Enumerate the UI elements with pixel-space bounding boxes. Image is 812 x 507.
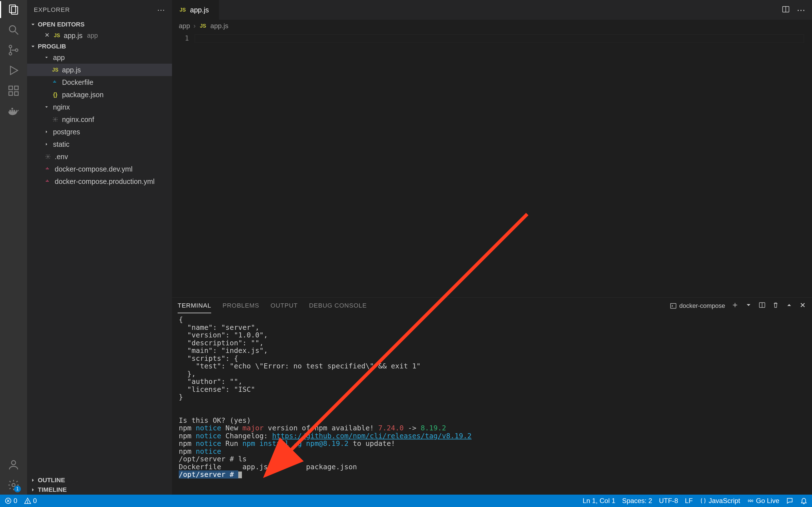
svg-point-50 [750, 500, 752, 502]
outline-section[interactable]: OUTLINE [27, 475, 172, 485]
svg-rect-38 [671, 303, 676, 308]
svg-rect-14 [13, 110, 15, 112]
errors-status[interactable]: 0 [4, 497, 17, 505]
open-editor-item[interactable]: JS app.js app [27, 29, 172, 42]
feedback-icon[interactable] [786, 497, 794, 504]
terminal-tab[interactable]: TERMINAL [177, 298, 211, 313]
notifications-icon[interactable] [800, 497, 808, 504]
timeline-section[interactable]: TIMELINE [27, 485, 172, 495]
chevron-right-icon [30, 487, 36, 493]
file-item[interactable]: .env [27, 151, 172, 163]
editor-tab[interactable]: JS app.js [172, 0, 219, 20]
js-file-icon: JS [51, 67, 59, 73]
chevron-right-icon [44, 129, 50, 134]
docker-file-icon [51, 79, 59, 86]
svg-point-17 [12, 484, 15, 487]
more-actions-icon[interactable]: ⋯ [797, 5, 805, 15]
sidebar-title: EXPLORER [34, 6, 70, 13]
folder-item[interactable]: app [27, 51, 172, 64]
split-terminal-icon[interactable] [758, 301, 766, 311]
extensions-activity-icon[interactable] [7, 84, 20, 98]
yaml-file-icon [44, 178, 52, 184]
output-tab[interactable]: OUTPUT [271, 298, 298, 313]
breadcrumb[interactable]: app › JS app.js [172, 20, 812, 32]
close-icon[interactable] [44, 32, 50, 40]
editor-group: JS app.js ⋯ app › JS app.js [172, 0, 812, 495]
svg-point-25 [47, 156, 49, 158]
terminal-output[interactable]: { "name": "server", "version": "1.0.0", … [172, 314, 812, 495]
file-item[interactable]: docker-compose.dev.yml [27, 163, 172, 175]
settings-activity-icon[interactable]: 1 [7, 478, 20, 492]
svg-rect-31 [47, 181, 48, 182]
folder-item[interactable]: static [27, 138, 172, 151]
status-bar: 0 0 Ln 1, Col 1 Spaces: 2 UTF-8 LF JavaS… [0, 495, 812, 507]
svg-rect-27 [47, 168, 48, 169]
kill-terminal-icon[interactable] [772, 301, 779, 311]
chevron-right-icon: › [193, 22, 196, 30]
svg-rect-15 [11, 108, 13, 110]
svg-point-2 [9, 25, 15, 32]
maximize-panel-icon[interactable] [785, 301, 793, 311]
js-file-icon: JS [179, 7, 187, 13]
source-control-activity-icon[interactable] [7, 43, 20, 57]
close-panel-icon[interactable] [799, 301, 806, 311]
svg-marker-7 [10, 66, 18, 74]
svg-rect-29 [47, 168, 48, 168]
problems-tab[interactable]: PROBLEMS [222, 298, 259, 313]
go-live-status[interactable]: Go Live [747, 497, 779, 505]
search-activity-icon[interactable] [7, 23, 20, 37]
language-status[interactable]: JavaScript [700, 497, 740, 505]
indentation-status[interactable]: Spaces: 2 [622, 497, 652, 505]
terminal-instance-label[interactable]: docker-compose [670, 302, 725, 309]
json-file-icon: {} [51, 92, 59, 98]
sidebar-more-icon[interactable]: ⋯ [157, 5, 165, 15]
terminal-dropdown-icon[interactable] [745, 301, 752, 311]
chevron-down-icon [44, 105, 50, 110]
activity-bar: 1 [0, 0, 27, 495]
svg-rect-9 [15, 86, 18, 90]
file-item[interactable]: docker-compose.production.yml [27, 175, 172, 187]
config-file-icon [51, 117, 59, 122]
folder-item[interactable]: nginx [27, 101, 172, 113]
svg-rect-21 [54, 82, 55, 82]
file-item[interactable]: nginx.conf [27, 113, 172, 126]
svg-rect-22 [55, 82, 56, 82]
warnings-status[interactable]: 0 [24, 497, 37, 505]
bottom-panel: TERMINAL PROBLEMS OUTPUT DEBUG CONSOLE d… [172, 297, 812, 495]
accounts-activity-icon[interactable] [7, 458, 20, 471]
file-item[interactable]: Dockerfile [27, 76, 172, 89]
svg-rect-26 [46, 168, 47, 169]
folder-item[interactable]: postgres [27, 126, 172, 138]
svg-rect-13 [11, 110, 13, 112]
new-terminal-icon[interactable] [731, 301, 739, 311]
svg-rect-20 [53, 82, 54, 82]
svg-rect-23 [54, 81, 55, 82]
explorer-activity-icon[interactable] [7, 3, 20, 16]
js-file-icon: JS [199, 23, 207, 29]
svg-rect-33 [47, 180, 48, 181]
svg-point-49 [28, 503, 28, 503]
config-file-icon [44, 154, 52, 159]
encoding-status[interactable]: UTF-8 [659, 497, 678, 505]
split-editor-icon[interactable] [781, 5, 790, 15]
project-section[interactable]: PROGLIB [27, 42, 172, 51]
file-item[interactable]: JSapp.js [27, 64, 172, 76]
file-item[interactable]: {}package.json [27, 89, 172, 101]
debug-console-tab[interactable]: DEBUG CONSOLE [309, 298, 367, 313]
code-editor[interactable]: 1 [172, 32, 812, 297]
svg-point-6 [15, 49, 18, 51]
current-line-highlight [195, 34, 804, 43]
svg-rect-0 [9, 5, 15, 13]
docker-activity-icon[interactable] [7, 104, 20, 118]
open-editors-section[interactable]: OPEN EDITORS [27, 20, 172, 29]
svg-rect-12 [9, 110, 11, 112]
cursor-position-status[interactable]: Ln 1, Col 1 [582, 497, 615, 505]
js-file-icon: JS [53, 33, 61, 39]
svg-point-24 [55, 119, 56, 120]
svg-rect-10 [9, 92, 13, 96]
explorer-sidebar: EXPLORER ⋯ OPEN EDITORS JS app.js app [27, 0, 172, 495]
svg-rect-8 [9, 86, 13, 90]
run-debug-activity-icon[interactable] [7, 64, 20, 77]
eol-status[interactable]: LF [685, 497, 693, 505]
svg-point-4 [9, 45, 11, 48]
